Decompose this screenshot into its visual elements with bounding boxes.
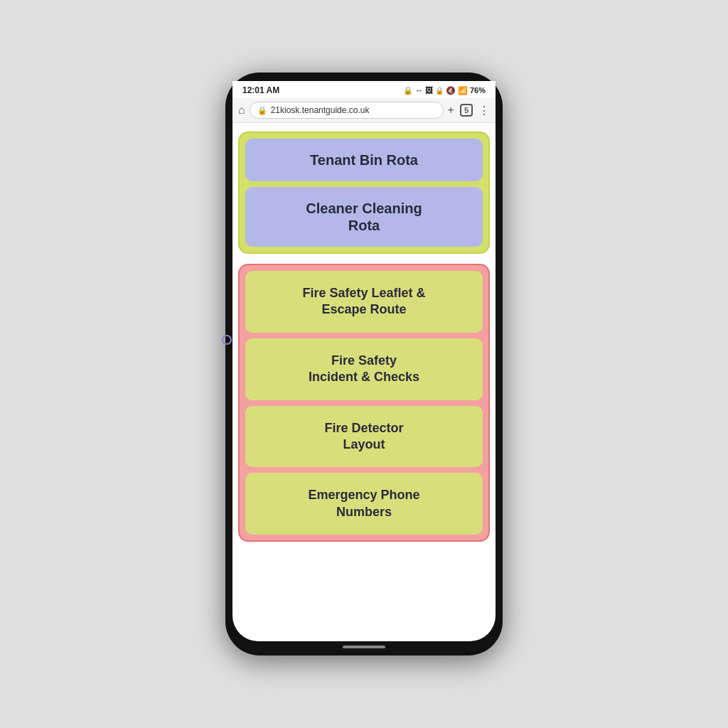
phone-frame: 12:01 AM 🔒 ↔ 🖼 🔒 🔇 📶 76% ⌂ 🔒 21kiosk.ten… bbox=[225, 73, 503, 655]
browser-actions: + 5 ⋮ bbox=[448, 104, 490, 117]
tenant-bin-rota-button[interactable]: Tenant Bin Rota bbox=[245, 139, 483, 181]
fire-safety-incident-button[interactable]: Fire SafetyIncident & Checks bbox=[245, 338, 483, 400]
status-icons: 🔒 ↔ 🖼 🔒 🔇 📶 76% bbox=[403, 86, 486, 95]
cleaner-cleaning-rota-button[interactable]: Cleaner CleaningRota bbox=[245, 187, 483, 247]
fire-safety-incident-label: Fire SafetyIncident & Checks bbox=[309, 353, 419, 384]
tab-count[interactable]: 5 bbox=[460, 104, 473, 117]
status-time: 12:01 AM bbox=[242, 85, 279, 95]
menu-dots-icon[interactable]: ⋮ bbox=[478, 104, 490, 117]
add-tab-icon[interactable]: + bbox=[448, 104, 454, 117]
sync-icon: ↔ bbox=[415, 86, 423, 95]
fire-detector-layout-button[interactable]: Fire DetectorLayout bbox=[245, 406, 483, 468]
page-content: Tenant Bin Rota Cleaner CleaningRota Fir… bbox=[232, 123, 496, 641]
image-icon: 🖼 bbox=[425, 86, 433, 95]
sim-icon: 🔒 bbox=[435, 87, 444, 95]
emergency-phone-numbers-button[interactable]: Emergency PhoneNumbers bbox=[245, 473, 483, 535]
lock-icon: 🔒 bbox=[403, 86, 413, 95]
fire-detector-layout-label: Fire DetectorLayout bbox=[324, 421, 403, 451]
status-bar: 12:01 AM 🔒 ↔ 🖼 🔒 🔇 📶 76% bbox=[232, 81, 496, 98]
url-bar[interactable]: 🔒 21kiosk.tenantguide.co.uk bbox=[250, 102, 444, 119]
green-section: Tenant Bin Rota Cleaner CleaningRota bbox=[238, 132, 490, 254]
url-text: 21kiosk.tenantguide.co.uk bbox=[271, 105, 370, 115]
home-indicator bbox=[343, 646, 385, 648]
browser-bar: ⌂ 🔒 21kiosk.tenantguide.co.uk + 5 ⋮ bbox=[232, 98, 496, 123]
emergency-phone-numbers-label: Emergency PhoneNumbers bbox=[308, 488, 419, 518]
scroll-circle-indicator bbox=[222, 335, 232, 345]
secure-icon: 🔒 bbox=[257, 106, 267, 115]
fire-safety-leaflet-button[interactable]: Fire Safety Leaflet &Escape Route bbox=[245, 271, 483, 333]
home-icon[interactable]: ⌂ bbox=[238, 104, 245, 117]
battery-text: 76% bbox=[470, 86, 486, 95]
signal-icon: 📶 bbox=[458, 86, 468, 95]
cleaner-cleaning-rota-label: Cleaner CleaningRota bbox=[306, 200, 422, 233]
volume-icon: 🔇 bbox=[446, 86, 456, 95]
red-section: Fire Safety Leaflet &Escape Route Fire S… bbox=[238, 264, 490, 542]
fire-safety-leaflet-label: Fire Safety Leaflet &Escape Route bbox=[302, 286, 425, 316]
